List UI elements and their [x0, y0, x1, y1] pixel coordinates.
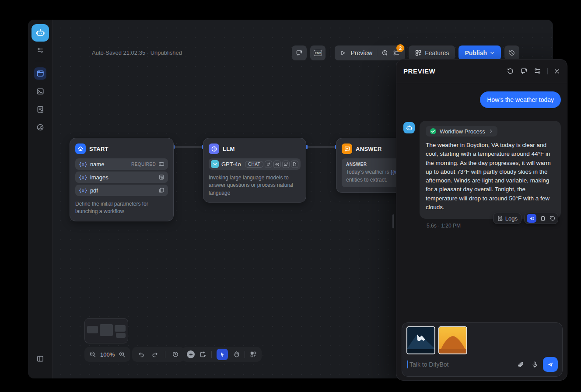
group-divider: [377, 49, 377, 56]
sidebar: [28, 20, 52, 378]
logs-icon: [497, 215, 503, 221]
audio-capability-icon: [273, 161, 281, 168]
close-icon[interactable]: [554, 68, 560, 74]
run-preview-button[interactable]: [340, 50, 346, 56]
logs-button[interactable]: Logs: [493, 213, 522, 224]
user-message-bubble: How's the weather today: [480, 91, 561, 108]
attached-image-sunset[interactable]: [438, 326, 467, 354]
features-label: Features: [425, 49, 449, 56]
variable-prefix: {x}: [79, 161, 88, 167]
topbar-actions: ENV Preview 2 Features: [292, 46, 519, 60]
preview-panel: PREVIEW How's the weather today: [396, 59, 567, 381]
sidebar-divider: [35, 61, 46, 61]
debug-chat-button[interactable]: [292, 46, 307, 60]
zoom-in-icon[interactable]: [119, 351, 126, 358]
run-history-icon[interactable]: [382, 49, 388, 56]
env-icon: ENV: [314, 50, 322, 56]
checklist-icon[interactable]: 2: [393, 49, 400, 56]
user-message: How's the weather today: [403, 91, 561, 108]
variable-prefix: {x}: [79, 175, 88, 180]
publish-button[interactable]: Publish: [458, 46, 501, 60]
chat-input[interactable]: [410, 361, 517, 368]
var-row-images[interactable]: {x} images: [75, 172, 168, 183]
var-row-name[interactable]: {x} name REQUIRED: [75, 158, 168, 170]
restart-conversation-icon[interactable]: [507, 67, 514, 75]
checklist-badge: 2: [396, 44, 404, 52]
features-button[interactable]: Features: [409, 46, 455, 60]
chat-input-row: [407, 357, 558, 372]
autosave-status: Auto-Saved 21:02:35 · Unpublished: [92, 49, 182, 56]
version-history-icon[interactable]: [172, 351, 179, 358]
app-settings-sliders-icon[interactable]: [37, 47, 44, 54]
hand-tool-icon[interactable]: [233, 351, 240, 358]
restore-history-button[interactable]: [504, 46, 519, 60]
bot-message: Workflow Process The weather in Boydton,…: [403, 121, 561, 229]
add-note-icon[interactable]: [200, 351, 206, 358]
zoom-level[interactable]: 100%: [100, 351, 115, 358]
sidebar-item-logs[interactable]: [34, 103, 46, 116]
zoom-controls: 100%: [84, 347, 130, 362]
canvas-scrollbar[interactable]: [392, 214, 394, 228]
environment-variables-button[interactable]: ENV: [310, 46, 326, 60]
sidebar-item-orchestrate[interactable]: [34, 67, 46, 80]
preview-button-group: Preview 2: [335, 46, 405, 60]
minimap[interactable]: [84, 318, 128, 343]
send-button[interactable]: [543, 357, 558, 372]
regenerate-icon[interactable]: [550, 215, 556, 221]
attach-paperclip-icon[interactable]: [517, 361, 525, 368]
node-llm[interactable]: LLM GPT-4o CHAT Invoking large lan: [203, 138, 306, 203]
microphone-icon[interactable]: [531, 361, 539, 368]
bot-message-text: The weather in Boydton, VA today is clea…: [426, 141, 555, 212]
history-clock-icon: [508, 49, 515, 56]
app-icon[interactable]: [32, 24, 49, 42]
variable-name: images: [90, 174, 108, 181]
variable-prefix: {x}: [79, 188, 88, 193]
answer-bubble-icon: [342, 144, 352, 154]
history-controls: [132, 347, 185, 362]
minimap-node: [87, 326, 98, 333]
image-capability-icon: [282, 161, 290, 168]
sidebar-item-monitoring[interactable]: [34, 121, 46, 133]
attached-image-fuji[interactable]: [406, 326, 435, 354]
success-check-icon: [430, 128, 437, 135]
undo-icon[interactable]: [138, 351, 145, 358]
node-title: ANSWER: [356, 146, 382, 152]
features-grid-icon: [415, 49, 422, 56]
tools-controls: [182, 347, 262, 362]
clear-chat-icon[interactable]: [520, 67, 528, 75]
workflow-process-label: Workflow Process: [440, 128, 485, 135]
model-selector[interactable]: GPT-4o CHAT: [209, 158, 301, 170]
conversation-settings-icon[interactable]: [534, 67, 541, 75]
edge-start-llm: [174, 147, 203, 147]
node-description: Define the initial parameters for launch…: [75, 200, 168, 216]
screen: START {x} name REQUIRED {x} images: [0, 0, 581, 392]
message-tools: [524, 213, 558, 224]
workflow-process-toggle[interactable]: Workflow Process: [426, 126, 497, 136]
node-title: START: [89, 146, 108, 152]
copy-icon[interactable]: [540, 215, 546, 221]
node-start[interactable]: START {x} name REQUIRED {x} images: [70, 138, 174, 221]
openai-icon: [211, 160, 219, 168]
pointer-tool-icon[interactable]: [217, 349, 228, 360]
node-description: Invoking large language models to answer…: [209, 174, 301, 197]
minimap-node: [115, 325, 126, 332]
publish-label: Publish: [465, 49, 487, 56]
speaker-icon[interactable]: [527, 214, 536, 223]
chat-x-icon: [296, 49, 303, 56]
redo-icon[interactable]: [151, 351, 158, 358]
add-node-icon[interactable]: [187, 350, 195, 358]
files-icon: [158, 187, 164, 193]
variable-name: name: [90, 161, 105, 168]
zoom-out-icon[interactable]: [89, 351, 96, 358]
bot-avatar: [403, 122, 415, 133]
sidebar-item-api[interactable]: [34, 85, 46, 98]
preview-label[interactable]: Preview: [350, 49, 372, 56]
collapse-sidebar-icon[interactable]: [36, 355, 44, 363]
var-row-pdf[interactable]: {x} pdf: [75, 185, 168, 196]
text-input-icon: [158, 161, 164, 167]
minimap-node: [100, 324, 113, 336]
organize-layout-icon[interactable]: [250, 351, 257, 358]
chevron-down-icon: [490, 50, 495, 56]
preview-header: PREVIEW: [396, 60, 567, 83]
preview-title: PREVIEW: [403, 67, 435, 75]
